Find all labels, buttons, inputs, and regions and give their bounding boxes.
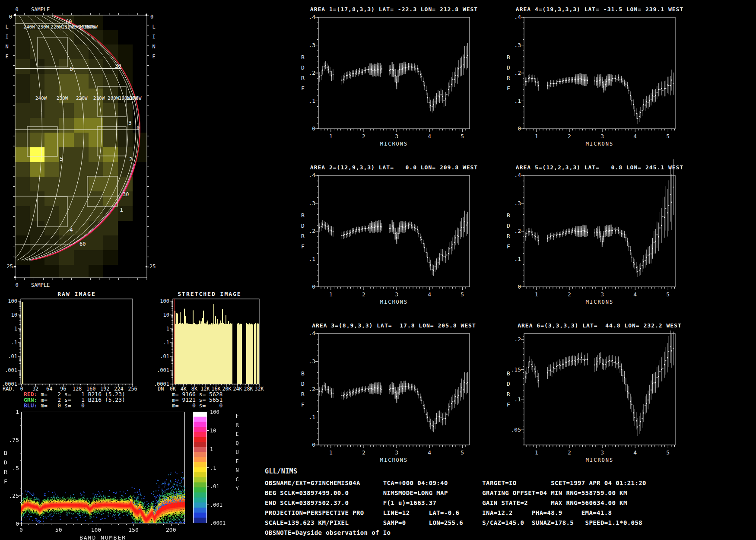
y-tick-label: .001 (0, 367, 17, 373)
spectrum-xaxis-title: MICRONS (318, 299, 470, 305)
spectrum-y-axis-title: BDRF (300, 368, 306, 410)
y-tick-label: 0 (295, 125, 315, 132)
spectrum-y-axis-title: BDRF (505, 210, 511, 252)
x-tick-label: 2 (359, 133, 368, 140)
x-tick-label: 5 (458, 291, 467, 298)
svg-text:I: I (5, 34, 8, 40)
y-tick-label: 100 (145, 298, 169, 304)
y-tick-label: 0 (500, 125, 521, 132)
x-tick-label: 3 (392, 291, 401, 298)
x-axis-prefix: RAD. (3, 386, 15, 392)
y-tick-label: .1 (295, 414, 315, 420)
y-tick-label: .75 (0, 437, 19, 443)
svg-text:240W: 240W (23, 24, 35, 30)
svg-text:220W: 220W (51, 24, 62, 30)
y-tick-label: 0 (295, 283, 315, 290)
spectrum-panel-area-1: AREA 1=(17,8,3,3) LAT= -22.3 LON= 212.8 … (295, 0, 476, 149)
y-tick-label: .0001 (145, 381, 169, 387)
x-tick-label: 1 (327, 133, 335, 140)
y-tick-label: 10 (145, 312, 169, 318)
svg-text:230W: 230W (38, 24, 49, 30)
x-axis-prefix: DN (158, 386, 164, 392)
svg-text:25: 25 (149, 264, 156, 270)
y-tick-label: .3 (295, 42, 315, 48)
y-tick-label: .1 (295, 98, 315, 104)
x-tick-label: 0 (16, 386, 28, 392)
stat-blu-value: m= 0 s= 0 (37, 402, 85, 409)
metadata-line: PROJECTION=PERSPECTIVE PRO LINE=12 LAT=-… (265, 509, 612, 516)
colorbar-tick-label: 10 (210, 428, 216, 434)
spectrum-panel-area-4: AREA 4=(19,3,3,3) LAT= -31.5 LON= 239.1 … (500, 0, 682, 149)
y-tick-label: .01 (0, 353, 17, 359)
x-tick-label: 1 (532, 133, 541, 140)
x-tick-label: 5 (664, 291, 672, 298)
y-tick-label: .25 (0, 492, 19, 499)
x-tick-label: 4 (631, 291, 639, 298)
nims-display-screen: 240W240W230W230W220W220W210W210W200W200W… (0, 0, 756, 540)
x-tick-label: 4K (178, 386, 190, 392)
y-tick-label: .3 (500, 200, 521, 206)
y-tick-label: 1 (0, 326, 17, 332)
x-tick-label: 64 (43, 386, 55, 392)
y-tick-label: .1 (0, 340, 17, 346)
x-tick-label: 3 (598, 291, 607, 298)
x-tick-label: 256 (127, 386, 139, 392)
band-y-axis-title: BDRF (3, 448, 9, 486)
x-tick-label: 200 (164, 527, 178, 533)
spectrum-panel-area-3: AREA 3=(8,9,3,3) LAT= 17.8 LON= 205.8 WE… (295, 316, 476, 465)
spectrum-xaxis-title: MICRONS (318, 457, 470, 463)
y-tick-label: 0 (295, 442, 315, 448)
svg-text:1: 1 (120, 206, 123, 213)
x-tick-label: 5 (664, 133, 672, 140)
x-tick-label: 2 (565, 291, 574, 298)
spectrum-y-axis-title: BDRF (505, 368, 511, 410)
x-tick-label: 0K (167, 386, 179, 392)
x-tick-label: 2 (565, 449, 574, 456)
x-tick-label: 4 (631, 449, 639, 456)
spectrum-xaxis-title: MICRONS (524, 299, 675, 305)
svg-text:240W: 240W (35, 95, 47, 101)
spectrum-panel-area-5: AREA 5=(12,2,3,3) LAT= 0.8 LON= 245.1 WE… (500, 158, 682, 307)
x-tick-label: 150 (127, 527, 140, 533)
metadata-line: BEG SCLK=03897499.00.0 NIMSMODE=LONG MAP… (265, 489, 627, 496)
raw-histogram-title: RAW IMAGE (21, 291, 133, 297)
raw-stat-blu: BLU: m= 0 s= 0 (24, 402, 85, 409)
spectrum-plot-area-4 (500, 0, 682, 149)
svg-text:5: 5 (60, 156, 63, 162)
y-tick-label: .3 (295, 358, 315, 365)
spectrum-panel-area-6: AREA 6=(3,3,3,3) LAT= 44.8 LON= 232.2 WE… (500, 316, 682, 465)
colorbar-tick-label: 100 (210, 409, 219, 415)
y-tick-label: .01 (145, 353, 169, 359)
x-tick-label: 5 (664, 449, 672, 456)
spectrum-y-axis-title: BDRF (505, 52, 511, 94)
spectrum-title-area-6: AREA 6=(3,3,3,3) LAT= 44.8 LON= 232.2 WE… (509, 322, 690, 329)
colorbar-tick-label: 1 (210, 446, 213, 452)
stretched-histogram-title: STRETCHED IMAGE (160, 291, 259, 297)
y-tick-label: .05 (500, 426, 521, 433)
x-tick-label: 1 (532, 449, 541, 456)
svg-text:E: E (152, 54, 155, 60)
x-tick-label: 2 (359, 291, 368, 298)
y-tick-label: .4 (500, 14, 521, 20)
x-tick-label: 100 (89, 527, 103, 533)
x-tick-label: 4 (425, 133, 434, 140)
stretched-stat-3: m= 0 s= 0 (172, 402, 222, 409)
y-tick-label: 0 (500, 283, 521, 290)
io-map-panel: 240W240W230W230W220W220W210W210W200W200W… (0, 0, 164, 294)
y-tick-label: .3 (295, 200, 315, 206)
y-tick-label: 0 (0, 521, 19, 527)
svg-text:6: 6 (70, 66, 73, 72)
y-tick-label: .3 (500, 42, 521, 48)
stretched-stat-3-value: m= 0 s= 0 (172, 402, 222, 409)
y-tick-label: .2 (500, 336, 521, 343)
colorbar-tick-label: .01 (210, 483, 219, 489)
colorbar-title: FREQUENCY (235, 412, 240, 493)
x-tick-label: 5 (458, 449, 467, 456)
svg-text:SAMPLE: SAMPLE (31, 6, 50, 13)
y-tick-label: .4 (295, 330, 315, 337)
svg-text:220W: 220W (76, 95, 88, 101)
svg-text:30: 30 (123, 191, 129, 197)
colorbar-tick-label: .1 (210, 465, 216, 471)
svg-text:N: N (5, 44, 8, 50)
svg-text:230W: 230W (57, 95, 68, 101)
